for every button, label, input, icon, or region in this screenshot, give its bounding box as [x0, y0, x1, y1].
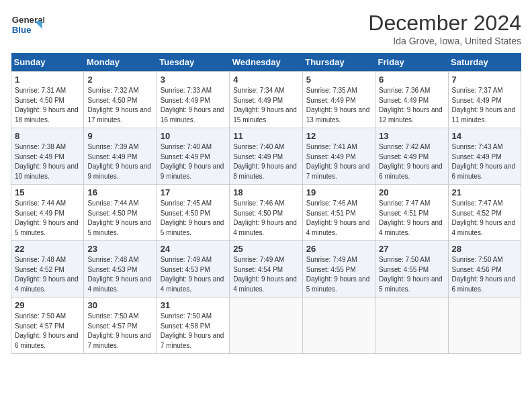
day-info: Sunrise: 7:32 AMSunset: 4:50 PMDaylight:… [87, 86, 152, 125]
calendar-cell [375, 298, 448, 354]
day-number: 10 [161, 131, 226, 141]
day-info: Sunrise: 7:50 AMSunset: 4:56 PMDaylight:… [452, 255, 517, 294]
day-number: 27 [379, 244, 444, 254]
col-header-monday: Monday [84, 53, 157, 72]
day-info: Sunrise: 7:49 AMSunset: 4:53 PMDaylight:… [161, 255, 226, 294]
day-number: 25 [233, 244, 298, 254]
day-info: Sunrise: 7:42 AMSunset: 4:49 PMDaylight:… [379, 142, 444, 181]
calendar-cell: 11Sunrise: 7:40 AMSunset: 4:49 PMDayligh… [230, 128, 302, 185]
day-info: Sunrise: 7:40 AMSunset: 4:49 PMDaylight:… [233, 142, 298, 181]
day-number: 3 [161, 75, 226, 85]
calendar-cell: 23Sunrise: 7:48 AMSunset: 4:53 PMDayligh… [84, 241, 157, 298]
day-number: 14 [452, 131, 517, 141]
day-number: 19 [306, 187, 371, 197]
calendar-cell: 18Sunrise: 7:46 AMSunset: 4:50 PMDayligh… [230, 185, 302, 241]
calendar-cell: 5Sunrise: 7:35 AMSunset: 4:49 PMDaylight… [302, 72, 375, 128]
col-header-thursday: Thursday [302, 53, 375, 72]
day-info: Sunrise: 7:50 AMSunset: 4:57 PMDaylight:… [15, 312, 80, 351]
calendar-week-row: 1Sunrise: 7:31 AMSunset: 4:50 PMDaylight… [11, 72, 521, 128]
svg-text:Blue: Blue [12, 26, 32, 36]
day-number: 15 [15, 187, 80, 197]
calendar-cell: 27Sunrise: 7:50 AMSunset: 4:55 PMDayligh… [375, 241, 448, 298]
calendar-cell: 30Sunrise: 7:50 AMSunset: 4:57 PMDayligh… [84, 298, 157, 354]
calendar-cell: 29Sunrise: 7:50 AMSunset: 4:57 PMDayligh… [11, 298, 84, 354]
day-number: 21 [452, 187, 517, 197]
day-number: 13 [379, 131, 444, 141]
calendar-week-row: 29Sunrise: 7:50 AMSunset: 4:57 PMDayligh… [11, 298, 521, 354]
calendar-cell: 20Sunrise: 7:47 AMSunset: 4:51 PMDayligh… [375, 185, 448, 241]
col-header-friday: Friday [375, 53, 448, 72]
calendar-cell [302, 298, 375, 354]
calendar-cell: 21Sunrise: 7:47 AMSunset: 4:52 PMDayligh… [448, 185, 521, 241]
day-info: Sunrise: 7:37 AMSunset: 4:49 PMDaylight:… [452, 86, 517, 125]
day-info: Sunrise: 7:48 AMSunset: 4:52 PMDaylight:… [15, 255, 80, 294]
calendar-cell: 19Sunrise: 7:46 AMSunset: 4:51 PMDayligh… [302, 185, 375, 241]
calendar-cell: 22Sunrise: 7:48 AMSunset: 4:52 PMDayligh… [11, 241, 84, 298]
day-info: Sunrise: 7:38 AMSunset: 4:49 PMDaylight:… [15, 142, 80, 181]
col-header-tuesday: Tuesday [157, 53, 229, 72]
day-info: Sunrise: 7:50 AMSunset: 4:57 PMDaylight:… [87, 312, 152, 351]
day-number: 20 [379, 187, 444, 197]
calendar-cell: 15Sunrise: 7:44 AMSunset: 4:49 PMDayligh… [11, 185, 84, 241]
day-info: Sunrise: 7:43 AMSunset: 4:49 PMDaylight:… [452, 142, 517, 181]
day-info: Sunrise: 7:49 AMSunset: 4:55 PMDaylight:… [306, 255, 371, 294]
logo: General Blue [11, 11, 44, 39]
calendar-cell: 24Sunrise: 7:49 AMSunset: 4:53 PMDayligh… [157, 241, 229, 298]
day-info: Sunrise: 7:34 AMSunset: 4:49 PMDaylight:… [233, 86, 298, 125]
day-info: Sunrise: 7:47 AMSunset: 4:51 PMDaylight:… [379, 199, 444, 238]
day-number: 16 [87, 187, 152, 197]
logo-icon: General Blue [11, 11, 44, 39]
day-number: 29 [15, 300, 80, 310]
day-number: 1 [15, 75, 80, 85]
calendar-header-row: SundayMondayTuesdayWednesdayThursdayFrid… [11, 53, 521, 72]
calendar-cell: 16Sunrise: 7:44 AMSunset: 4:50 PMDayligh… [84, 185, 157, 241]
day-number: 23 [87, 244, 152, 254]
calendar-cell: 6Sunrise: 7:36 AMSunset: 4:49 PMDaylight… [375, 72, 448, 128]
title-area: December 2024 Ida Grove, Iowa, United St… [368, 11, 521, 46]
location-label: Ida Grove, Iowa, United States [368, 36, 521, 46]
day-info: Sunrise: 7:46 AMSunset: 4:50 PMDaylight:… [233, 199, 298, 238]
calendar-table: SundayMondayTuesdayWednesdayThursdayFrid… [11, 53, 521, 354]
day-number: 17 [161, 187, 226, 197]
day-info: Sunrise: 7:49 AMSunset: 4:54 PMDaylight:… [233, 255, 298, 294]
day-info: Sunrise: 7:46 AMSunset: 4:51 PMDaylight:… [306, 199, 371, 238]
calendar-cell: 9Sunrise: 7:39 AMSunset: 4:49 PMDaylight… [84, 128, 157, 185]
page-header: General Blue December 2024 Ida Grove, Io… [11, 11, 521, 46]
day-number: 22 [15, 244, 80, 254]
day-number: 8 [15, 131, 80, 141]
calendar-cell: 13Sunrise: 7:42 AMSunset: 4:49 PMDayligh… [375, 128, 448, 185]
calendar-week-row: 22Sunrise: 7:48 AMSunset: 4:52 PMDayligh… [11, 241, 521, 298]
calendar-cell: 26Sunrise: 7:49 AMSunset: 4:55 PMDayligh… [302, 241, 375, 298]
col-header-sunday: Sunday [11, 53, 84, 72]
day-number: 7 [452, 75, 517, 85]
calendar-cell: 14Sunrise: 7:43 AMSunset: 4:49 PMDayligh… [448, 128, 521, 185]
day-number: 11 [233, 131, 298, 141]
day-info: Sunrise: 7:39 AMSunset: 4:49 PMDaylight:… [87, 142, 152, 181]
day-number: 30 [87, 300, 152, 310]
day-info: Sunrise: 7:41 AMSunset: 4:49 PMDaylight:… [306, 142, 371, 181]
calendar-cell: 28Sunrise: 7:50 AMSunset: 4:56 PMDayligh… [448, 241, 521, 298]
calendar-cell: 4Sunrise: 7:34 AMSunset: 4:49 PMDaylight… [230, 72, 302, 128]
calendar-week-row: 15Sunrise: 7:44 AMSunset: 4:49 PMDayligh… [11, 185, 521, 241]
day-number: 5 [306, 75, 371, 85]
day-number: 24 [161, 244, 226, 254]
day-number: 12 [306, 131, 371, 141]
calendar-cell: 8Sunrise: 7:38 AMSunset: 4:49 PMDaylight… [11, 128, 84, 185]
day-info: Sunrise: 7:33 AMSunset: 4:49 PMDaylight:… [161, 86, 226, 125]
calendar-cell: 7Sunrise: 7:37 AMSunset: 4:49 PMDaylight… [448, 72, 521, 128]
day-info: Sunrise: 7:44 AMSunset: 4:50 PMDaylight:… [87, 199, 152, 238]
day-number: 26 [306, 244, 371, 254]
calendar-cell: 17Sunrise: 7:45 AMSunset: 4:50 PMDayligh… [157, 185, 229, 241]
day-info: Sunrise: 7:31 AMSunset: 4:50 PMDaylight:… [15, 86, 80, 125]
day-info: Sunrise: 7:35 AMSunset: 4:49 PMDaylight:… [306, 86, 371, 125]
day-info: Sunrise: 7:44 AMSunset: 4:49 PMDaylight:… [15, 199, 80, 238]
day-number: 28 [452, 244, 517, 254]
day-info: Sunrise: 7:47 AMSunset: 4:52 PMDaylight:… [452, 199, 517, 238]
day-number: 4 [233, 75, 298, 85]
calendar-cell: 10Sunrise: 7:40 AMSunset: 4:49 PMDayligh… [157, 128, 229, 185]
calendar-cell: 12Sunrise: 7:41 AMSunset: 4:49 PMDayligh… [302, 128, 375, 185]
calendar-cell: 31Sunrise: 7:50 AMSunset: 4:58 PMDayligh… [157, 298, 229, 354]
day-number: 2 [87, 75, 152, 85]
day-info: Sunrise: 7:36 AMSunset: 4:49 PMDaylight:… [379, 86, 444, 125]
calendar-cell [448, 298, 521, 354]
